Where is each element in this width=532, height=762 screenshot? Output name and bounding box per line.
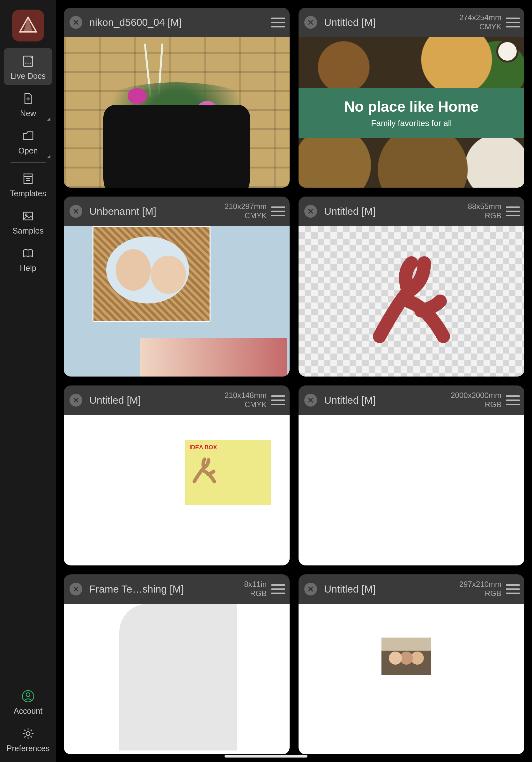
card-menu-button[interactable] xyxy=(271,204,285,218)
svg-point-11 xyxy=(25,214,27,216)
document-title: Frame Te…shing [M] xyxy=(89,583,244,595)
sidebar-item-label: Live Docs xyxy=(11,71,46,81)
close-icon xyxy=(307,208,314,215)
card-menu-button[interactable] xyxy=(271,15,285,29)
home-indicator[interactable] xyxy=(225,755,307,758)
submenu-indicator-icon xyxy=(47,117,50,120)
sidebar-item-help[interactable]: Help xyxy=(4,240,52,277)
document-card[interactable]: Untitled [M] 274x254mm CMYK No place lik… xyxy=(299,8,524,188)
document-card[interactable]: Frame Te…shing [M] 8x11in RGB xyxy=(64,574,290,754)
close-button[interactable] xyxy=(70,16,82,29)
account-icon xyxy=(21,689,36,704)
card-header: Untitled [M] 210x148mm CMYK xyxy=(64,385,290,415)
affinity-publisher-icon xyxy=(18,15,38,36)
document-card[interactable]: nikon_d5600_04 [M] xyxy=(64,8,290,188)
sidebar-item-label: Account xyxy=(14,707,42,716)
document-title: Unbenannt [M] xyxy=(89,205,225,217)
card-header: Untitled [M] 274x254mm CMYK xyxy=(299,8,524,37)
close-icon xyxy=(307,585,314,592)
badge-icon xyxy=(496,40,519,62)
card-header: Unbenannt [M] 210x297mm CMYK xyxy=(64,196,290,226)
document-thumbnail: No place like Home Family favorites for … xyxy=(299,37,524,188)
open-folder-icon xyxy=(21,128,36,144)
document-card[interactable]: Untitled [M] 88x55mm RGB xyxy=(299,196,524,377)
document-dimensions: 2000x2000mm xyxy=(451,391,501,400)
close-button[interactable] xyxy=(304,583,317,595)
card-header: Untitled [M] 88x55mm RGB xyxy=(299,196,524,226)
card-menu-button[interactable] xyxy=(506,204,520,218)
app-logo xyxy=(12,10,44,41)
close-button[interactable] xyxy=(70,205,82,218)
close-icon xyxy=(307,397,314,404)
document-title: Untitled [M] xyxy=(324,583,459,595)
card-menu-button[interactable] xyxy=(271,582,285,596)
card-menu-button[interactable] xyxy=(506,15,520,29)
svg-point-4 xyxy=(28,62,29,64)
close-icon xyxy=(307,19,314,26)
document-meta: 274x254mm CMYK xyxy=(459,13,501,32)
card-menu-button[interactable] xyxy=(506,393,520,407)
svg-rect-10 xyxy=(24,212,33,220)
sidebar-item-label: Templates xyxy=(10,189,46,198)
card-header: nikon_d5600_04 [M] xyxy=(64,8,290,37)
close-button[interactable] xyxy=(304,394,317,407)
svg-point-3 xyxy=(25,62,27,64)
svg-line-20 xyxy=(24,730,26,731)
document-title: Untitled [M] xyxy=(324,17,459,29)
close-icon xyxy=(72,397,79,404)
close-button[interactable] xyxy=(70,583,82,595)
document-card[interactable]: Untitled [M] 2000x2000mm RGB xyxy=(299,385,524,566)
card-header: Untitled [M] 2000x2000mm RGB xyxy=(299,385,524,415)
sidebar-item-open[interactable]: Open xyxy=(4,122,52,160)
document-thumbnail xyxy=(299,415,524,566)
sidebar-item-new[interactable]: New xyxy=(4,85,52,122)
sidebar-divider xyxy=(11,162,46,163)
new-doc-icon xyxy=(21,91,36,106)
document-colormode: CMYK xyxy=(245,211,267,220)
card-menu-button[interactable] xyxy=(271,393,285,407)
note-heading: IDEA BOX xyxy=(189,444,267,451)
document-title: Untitled [M] xyxy=(324,205,468,217)
sidebar-item-preferences[interactable]: Preferences xyxy=(4,720,52,762)
document-title: nikon_d5600_04 [M] xyxy=(89,17,271,29)
document-thumbnail xyxy=(64,37,290,188)
svg-marker-1 xyxy=(24,17,33,32)
close-button[interactable] xyxy=(304,16,317,29)
document-card[interactable]: Untitled [M] 297x210mm RGB xyxy=(299,574,524,754)
document-title: Untitled [M] xyxy=(324,394,451,406)
document-dimensions: 210x148mm xyxy=(225,391,267,400)
document-meta: 88x55mm RGB xyxy=(468,202,501,220)
document-colormode: CMYK xyxy=(245,400,267,410)
sidebar-item-live-docs[interactable]: Live Docs xyxy=(4,48,52,85)
sidebar-item-account[interactable]: Account xyxy=(4,683,52,720)
sidebar-item-samples[interactable]: Samples xyxy=(4,203,52,240)
live-docs-icon xyxy=(21,54,36,69)
close-button[interactable] xyxy=(304,205,317,218)
sidebar-item-label: Samples xyxy=(13,226,43,236)
document-thumbnail xyxy=(64,226,290,377)
brush-glyph-icon xyxy=(361,253,462,349)
card-menu-button[interactable] xyxy=(506,582,520,596)
card-header: Frame Te…shing [M] 8x11in RGB xyxy=(64,574,290,604)
document-meta: 8x11in RGB xyxy=(244,580,267,598)
brush-glyph-icon xyxy=(189,457,218,485)
document-colormode: CMYK xyxy=(479,22,501,32)
document-colormode: RGB xyxy=(250,589,267,598)
documents-grid: nikon_d5600_04 [M] Untitled [M] 274x254m… xyxy=(56,0,532,762)
svg-line-23 xyxy=(24,736,26,737)
document-title: Untitled [M] xyxy=(89,394,225,406)
document-card[interactable]: Untitled [M] 210x148mm CMYK IDEA BOX xyxy=(64,385,290,566)
close-button[interactable] xyxy=(70,394,82,407)
document-thumbnail xyxy=(299,604,524,754)
sidebar-item-templates[interactable]: Templates xyxy=(4,165,52,203)
sidebar-item-label: Open xyxy=(18,146,37,155)
svg-point-15 xyxy=(26,732,30,735)
document-card[interactable]: Unbenannt [M] 210x297mm CMYK xyxy=(64,196,290,377)
gear-icon xyxy=(21,726,36,741)
svg-line-22 xyxy=(31,730,32,731)
close-icon xyxy=(72,19,79,26)
card-header: Untitled [M] 297x210mm RGB xyxy=(299,574,524,604)
document-dimensions: 88x55mm xyxy=(468,202,501,211)
sidebar: Live Docs New Open Templates xyxy=(0,0,56,762)
document-thumbnail xyxy=(299,226,524,377)
